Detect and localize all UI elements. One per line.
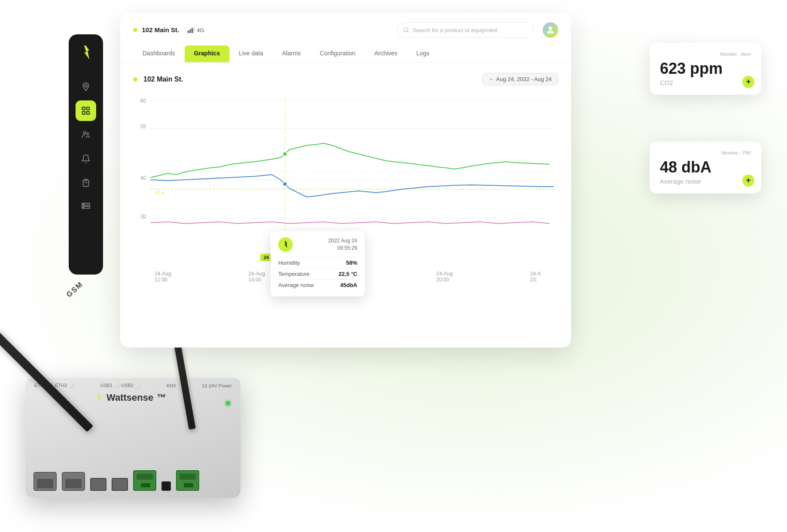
chart-title-text: 102 Main St. bbox=[143, 76, 183, 83]
sidebar-item-grid[interactable] bbox=[76, 100, 96, 121]
svg-point-32 bbox=[283, 152, 287, 156]
device-brand-text: Wattsense bbox=[106, 392, 153, 403]
svg-rect-15 bbox=[190, 29, 191, 33]
svg-rect-14 bbox=[188, 30, 189, 33]
search-bar[interactable]: Search for a product or equipment bbox=[397, 22, 534, 38]
terminal-1 bbox=[133, 470, 156, 491]
co2-add-button[interactable]: + bbox=[742, 76, 754, 88]
sidebar bbox=[69, 34, 103, 275]
svg-text:37.4: 37.4 bbox=[155, 190, 164, 196]
user-avatar[interactable] bbox=[543, 22, 558, 38]
search-placeholder: Search for a product or equipment bbox=[413, 27, 497, 33]
svg-text:55: 55 bbox=[140, 124, 146, 130]
tooltip-temp-label: Temperature bbox=[278, 271, 310, 277]
chart-container: 60 55 40 30 37.4 bbox=[133, 94, 558, 266]
port-area bbox=[33, 470, 233, 491]
metric-card-noise: Nexelec - PMI 48 dbA Average noise + bbox=[650, 142, 761, 193]
tab-configuration[interactable]: Configuration bbox=[310, 45, 365, 62]
svg-rect-4 bbox=[82, 112, 85, 114]
co2-value: 623 ppm bbox=[660, 60, 751, 77]
port-usb-2 bbox=[112, 478, 128, 491]
svg-marker-35 bbox=[98, 394, 101, 402]
tab-archives[interactable]: Archives bbox=[365, 45, 407, 62]
signal-text: 4G bbox=[197, 27, 204, 33]
tab-dashboards[interactable]: Dashboards bbox=[133, 45, 185, 62]
svg-point-33 bbox=[283, 182, 287, 186]
tab-graphics[interactable]: Graphics bbox=[185, 45, 230, 62]
svg-point-6 bbox=[84, 132, 86, 134]
port-rj45-1 bbox=[33, 472, 57, 491]
svg-text:30: 30 bbox=[140, 214, 146, 220]
chart-title-dot bbox=[133, 77, 137, 82]
panel-header: 102 Main St. 4G Search for a product or … bbox=[120, 13, 571, 63]
device-brand: Wattsense™ bbox=[94, 392, 166, 403]
button-1[interactable] bbox=[161, 481, 171, 491]
svg-point-19 bbox=[549, 27, 552, 30]
nav-tabs: Dashboards Graphics Live data Alarms Con… bbox=[133, 45, 558, 62]
tab-live-data[interactable]: Live data bbox=[229, 45, 273, 62]
sidebar-item-location[interactable] bbox=[76, 76, 96, 97]
svg-point-1 bbox=[85, 85, 87, 87]
svg-text:60: 60 bbox=[140, 98, 146, 104]
status-light bbox=[226, 401, 230, 405]
svg-point-12 bbox=[83, 204, 84, 205]
svg-point-13 bbox=[83, 207, 84, 208]
tooltip-date: 2022 Aug 24 bbox=[328, 237, 357, 245]
gsm-label: GSM bbox=[65, 280, 85, 299]
x-label-5: 24-A23: bbox=[530, 271, 541, 283]
date-range-button[interactable]: Aug 24, 2022 - Aug 24 bbox=[482, 73, 558, 85]
metric-card-co2: Nexelec - Aero 623 ppm CO2 + bbox=[650, 43, 761, 95]
svg-rect-17 bbox=[194, 27, 195, 33]
noise-label: Average noise bbox=[660, 178, 751, 185]
svg-rect-16 bbox=[191, 28, 193, 33]
tooltip-noise-label: Average noise bbox=[278, 282, 314, 288]
tooltip-header: 2022 Aug 24 09:55:29 bbox=[278, 237, 357, 252]
noise-source: Nexelec - PMI bbox=[660, 150, 751, 155]
tooltip-humidity-value: 58% bbox=[346, 260, 357, 266]
x-label-4: 24-Aug20:00 bbox=[436, 271, 453, 283]
location-indicator: 102 Main St. bbox=[133, 26, 179, 34]
svg-point-7 bbox=[87, 133, 89, 134]
location-name: 102 Main St. bbox=[142, 26, 179, 33]
svg-rect-8 bbox=[85, 179, 87, 181]
co2-label: CO2 bbox=[660, 79, 751, 86]
date-range-label: Aug 24, 2022 - Aug 24 bbox=[496, 76, 552, 82]
tooltip-row-humidity: Humidity 58% bbox=[278, 257, 357, 268]
tooltip-time: 09:55:29 bbox=[328, 245, 357, 252]
tooltip-icon bbox=[278, 237, 293, 252]
x-label-2: 24-Aug14:00 bbox=[249, 271, 265, 283]
device-top-labels: ETH1 ⬜ ETH2 ⬜ USB1 ⬜ USB2 ⬜ KNX 12-24V P… bbox=[34, 383, 232, 388]
svg-marker-34 bbox=[285, 241, 287, 248]
noise-add-button[interactable]: + bbox=[742, 175, 754, 187]
terminal-2 bbox=[176, 470, 199, 491]
location-dot bbox=[133, 28, 137, 32]
svg-rect-3 bbox=[87, 107, 89, 110]
tooltip-humidity-label: Humidity bbox=[278, 260, 300, 266]
tab-logs[interactable]: Logs bbox=[407, 45, 439, 62]
svg-marker-0 bbox=[84, 45, 89, 59]
logo bbox=[76, 43, 95, 62]
svg-point-18 bbox=[404, 28, 408, 32]
tooltip-noise-value: 45dbA bbox=[340, 282, 357, 288]
svg-rect-2 bbox=[82, 107, 85, 110]
dashboard-panel: 102 Main St. 4G Search for a product or … bbox=[120, 13, 571, 348]
port-usb-1 bbox=[90, 478, 106, 491]
chart-area: 102 Main St. Aug 24, 2022 - Aug 24 60 55… bbox=[120, 63, 571, 276]
tab-alarms[interactable]: Alarms bbox=[273, 45, 310, 62]
sidebar-item-server[interactable] bbox=[76, 196, 96, 217]
tooltip-row-temperature: Temperature 22,5 °C bbox=[278, 268, 357, 279]
chart-title-row: 102 Main St. Aug 24, 2022 - Aug 24 bbox=[133, 73, 558, 85]
location-bar: 102 Main St. 4G Search for a product or … bbox=[133, 22, 558, 38]
x-label-1: 24-Aug11:00 bbox=[155, 271, 171, 283]
co2-source: Nexelec - Aero bbox=[660, 51, 751, 57]
chart-tooltip: 2022 Aug 24 09:55:29 Humidity 58% Temper… bbox=[270, 231, 365, 296]
svg-text:40: 40 bbox=[140, 175, 146, 181]
sidebar-item-users[interactable] bbox=[76, 124, 96, 145]
noise-value: 48 dbA bbox=[660, 159, 751, 176]
signal-badge: 4G bbox=[188, 27, 204, 33]
sidebar-item-bell[interactable] bbox=[76, 148, 96, 169]
tooltip-datetime: 2022 Aug 24 09:55:29 bbox=[328, 237, 357, 252]
svg-rect-5 bbox=[87, 112, 89, 114]
port-rj45-2 bbox=[62, 472, 85, 491]
sidebar-item-clipboard[interactable] bbox=[76, 172, 96, 193]
